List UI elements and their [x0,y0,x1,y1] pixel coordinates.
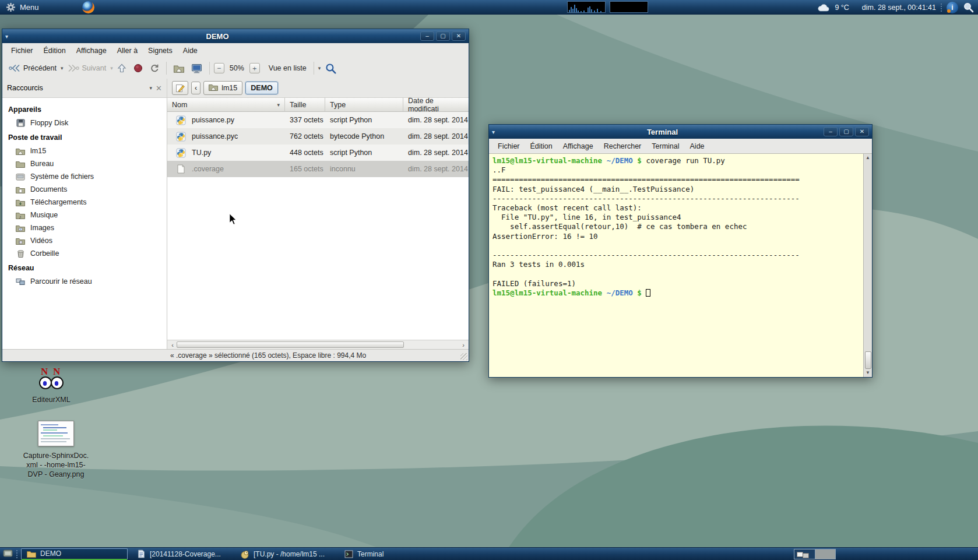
column-header-3[interactable]: Date de modificati [403,98,469,112]
desktop-icon-capture-png[interactable]: Capture-SphinxDoc. xml - -home-lm15- DVP… [18,421,94,479]
column-header-2[interactable]: Type [325,98,403,112]
file-date-cell: dim. 28 sept. 2014 [403,165,469,173]
sidebar-section-header: Appareils [2,101,167,117]
plain-file-icon [175,164,186,174]
search-button[interactable] [322,61,340,76]
maximize-button[interactable]: ▢ [839,127,853,136]
sidebar-item-images[interactable]: Images [2,221,167,234]
sidebar-item-t-l-chargements[interactable]: Téléchargements [2,196,167,209]
minimize-button[interactable]: – [420,31,434,41]
fm-menu-item-1[interactable]: Édition [38,45,71,57]
task-button-0[interactable]: DEMO [21,548,128,560]
task-button-2[interactable]: [TU.py - /home/lm15 ... [235,548,335,560]
home-button[interactable] [171,62,187,75]
python-file-icon [175,115,186,125]
terminal-line: Ran 3 tests in 0.001s [492,260,862,269]
scroll-up-arrow[interactable]: ▲ [866,154,870,162]
sidebar-item-parcourir-le-r-seau[interactable]: Parcourir le réseau [2,275,167,288]
resize-grip[interactable] [460,353,467,360]
column-header-1[interactable]: Taille [285,98,325,112]
task-button-1[interactable]: [20141128-Coverage... [131,548,231,560]
forward-dropdown-icon[interactable]: ▾ [110,65,113,71]
shortcuts-header[interactable]: Raccourcis ▾ ✕ [2,79,167,97]
scroll-thumb[interactable] [865,351,871,369]
terminal-text-segment: ..F [492,165,506,174]
sidebar-item-label: Documents [30,185,67,193]
clock-label[interactable]: dim. 28 sept., 00:41:41 [862,3,936,12]
terminal-titlebar[interactable]: ▾ Terminal – ▢ ✕ [489,125,872,139]
sidebar-item-bureau[interactable]: Bureau [2,157,167,170]
view-mode-button[interactable]: Vue en liste [266,62,309,74]
workspace-1[interactable] [794,550,815,559]
scroll-left-arrow[interactable]: ‹ [168,341,177,348]
table-row-TU-py[interactable]: TU.py448 octetsscript Pythondim. 28 sept… [167,145,469,161]
terminal-menu-item-3[interactable]: Rechercher [599,140,647,152]
fm-menu-item-2[interactable]: Affichage [71,45,112,57]
terminal-text-segment: ~/DEMO [607,156,633,165]
panel-magnifier-icon[interactable] [963,2,975,13]
network-history-graph[interactable] [610,1,648,13]
refresh-button[interactable] [147,62,162,75]
fm-file-pane: Nom▾TailleTypeDate de modificati puissan… [167,98,469,349]
fm-menu-item-4[interactable]: Signets [143,45,178,57]
maximize-button[interactable]: ▢ [436,31,450,41]
terminal-menu-item-5[interactable]: Aide [685,140,710,152]
window-menu-icon[interactable]: ▾ [5,33,15,40]
terminal-menu-item-4[interactable]: Terminal [646,140,684,152]
back-button[interactable]: Précédent [6,62,59,74]
sidebar-item-syst-me-de-fichiers[interactable]: Système de fichiers [2,170,167,183]
scroll-thumb[interactable] [177,341,404,348]
workspace-2[interactable] [815,550,835,559]
table-row--coverage[interactable]: .coverage165 octetsinconnudim. 28 sept. … [167,161,469,177]
path-scroll-left-button[interactable]: ‹ [191,82,200,94]
close-button[interactable]: ✕ [855,127,869,136]
terminal-menu-item-2[interactable]: Affichage [558,140,599,152]
fm-menu-item-5[interactable]: Aide [178,45,203,57]
sidebar-item-floppy-disk[interactable]: Floppy Disk [2,117,167,129]
terminal-output[interactable]: lm15@lm15-virtual-machine ~/DEMO $ cover… [489,154,863,377]
task-button-3[interactable]: Terminal [339,548,392,560]
fm-file-list[interactable]: puissance.py337 octetsscript Pythondim. … [167,112,469,340]
table-row-puissance-pyc[interactable]: puissance.pyc762 octetsbytecode Pythondi… [167,128,469,145]
scroll-down-arrow[interactable]: ▼ [866,369,870,377]
desktop-icon-editeurxml[interactable]: N N EditeurXML [13,366,89,404]
table-row-puissance-py[interactable]: puissance.py337 octetsscript Pythondim. … [167,112,469,128]
breadcrumb-lm15[interactable]: lm15 [203,81,242,95]
view-dropdown-icon[interactable]: ▾ [318,65,321,71]
sidebar-item-documents[interactable]: Documents [2,183,167,196]
firefox-launcher-icon[interactable] [82,1,94,13]
scroll-right-arrow[interactable]: › [459,341,467,348]
column-header-0[interactable]: Nom▾ [167,98,285,112]
sidebar-item-musique[interactable]: ♪Musique [2,209,167,221]
fm-titlebar[interactable]: ▾ DEMO – ▢ ✕ [2,29,469,43]
forward-button[interactable]: Suivant [65,62,110,74]
path-edit-button[interactable] [172,81,188,95]
zoom-out-button[interactable]: − [214,63,224,73]
cpu-history-graph[interactable] [567,1,606,13]
window-menu-icon[interactable]: ▾ [492,129,501,135]
show-desktop-icon[interactable] [3,549,13,559]
zoom-in-button[interactable]: ＋ [249,63,260,73]
minimize-button[interactable]: – [824,127,838,136]
sidebar-item-vid-os[interactable]: Vidéos [2,234,167,247]
h-scrollbar[interactable]: ‹ › [167,340,469,349]
up-button[interactable] [114,62,129,75]
close-button[interactable]: ✕ [452,31,466,41]
back-dropdown-icon[interactable]: ▾ [61,65,64,71]
terminal-menu-item-0[interactable]: Fichier [492,140,525,152]
applications-menu-button[interactable]: Menu [0,0,46,14]
sidebar-item-corbeille[interactable]: Corbeille [2,247,167,260]
terminal-menu-item-1[interactable]: Édition [525,140,558,152]
shortcuts-close-icon[interactable]: ✕ [156,84,162,93]
update-shield-icon[interactable]: i [947,2,958,13]
fm-menu-item-3[interactable]: Aller à [112,45,143,57]
sort-indicator-icon: ▾ [277,102,280,108]
terminal-scrollbar[interactable]: ▲ ▼ [863,154,872,377]
breadcrumb-demo[interactable]: DEMO [245,82,278,94]
shortcuts-dropdown-icon[interactable]: ▾ [150,85,153,91]
sidebar-item-lm15[interactable]: lm15 [2,145,167,157]
fm-menu-item-0[interactable]: Fichier [6,45,38,57]
workspace-switcher[interactable] [794,549,836,559]
desktop-button[interactable] [188,62,205,75]
stop-button[interactable] [131,62,146,75]
